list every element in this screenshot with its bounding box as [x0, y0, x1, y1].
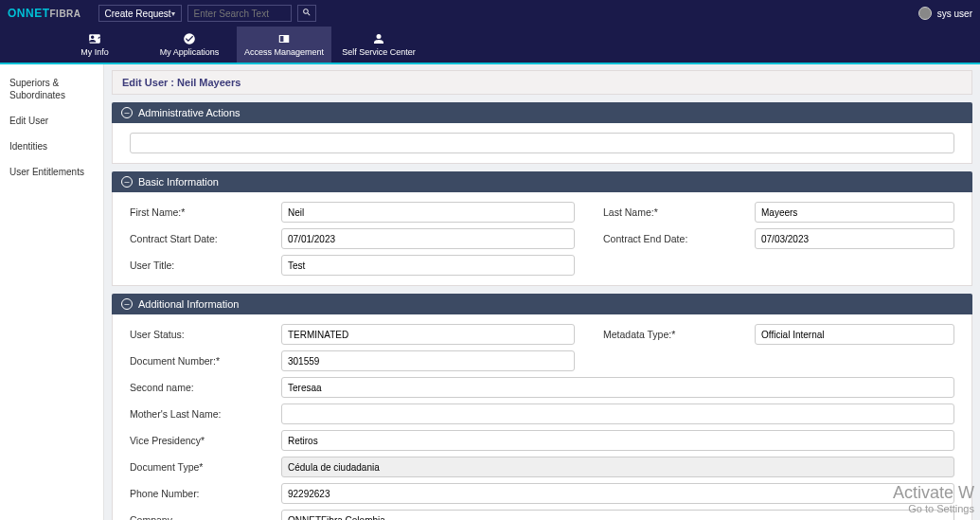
doc-type-label: Document Type*: [130, 461, 281, 473]
section-admin: – Administrative Actions: [112, 102, 972, 164]
topbar-user[interactable]: sys user: [918, 7, 972, 20]
last-name-label: Last Name:*: [603, 206, 755, 218]
section-basic: – Basic Information First Name:* Last Na…: [112, 171, 972, 286]
section-admin-header[interactable]: – Administrative Actions: [112, 102, 972, 123]
chevron-down-icon: ▾: [171, 9, 175, 18]
tabbar: My Info My Applications Access Managemen…: [0, 27, 980, 64]
section-additional-header[interactable]: – Additional Information: [112, 294, 972, 314]
mother-last-label: Mother's Last Name:: [130, 408, 281, 420]
user-status-label: User Status:: [130, 329, 281, 340]
page-title: Edit User : Neil Mayeers: [112, 70, 972, 95]
collapse-icon: –: [121, 176, 133, 188]
topbar: ONNETFIBRA Create Request▾ sys user: [0, 0, 980, 27]
first-name-input[interactable]: [281, 202, 575, 223]
doc-type-input[interactable]: [281, 457, 954, 477]
search-input[interactable]: [187, 5, 292, 22]
contract-end-label: Contract End Date:: [603, 233, 755, 244]
user-status-input[interactable]: [281, 324, 575, 345]
tab-self-service[interactable]: Self Service Center: [331, 27, 426, 63]
tab-my-applications[interactable]: My Applications: [142, 27, 237, 63]
user-label: sys user: [937, 9, 972, 19]
card-icon: [88, 32, 101, 45]
sidebar-item-edit-user[interactable]: Edit User: [0, 108, 103, 134]
admin-actions-input[interactable]: [130, 133, 954, 153]
second-name-label: Second name:: [130, 382, 281, 393]
metadata-type-input[interactable]: [755, 324, 954, 345]
user-title-input[interactable]: [281, 255, 575, 276]
search-icon: [302, 8, 312, 19]
company-label: Company: [130, 514, 281, 520]
section-additional: – Additional Information User Status: Me…: [112, 294, 972, 520]
collapse-icon: –: [121, 298, 133, 310]
sidebar-item-identities[interactable]: Identities: [0, 134, 103, 159]
contract-start-input[interactable]: [281, 228, 575, 249]
person-icon: [372, 32, 385, 45]
section-basic-header[interactable]: – Basic Information: [112, 171, 972, 192]
avatar: [918, 7, 932, 20]
main-content: Edit User : Neil Mayeers – Administrativ…: [112, 64, 980, 520]
vice-pres-input[interactable]: [281, 430, 954, 451]
metadata-type-label: Metadata Type:*: [603, 329, 755, 340]
brand-logo: ONNETFIBRA: [8, 7, 81, 20]
doc-number-label: Document Number:*: [130, 355, 281, 367]
contract-start-label: Contract Start Date:: [130, 233, 281, 244]
phone-input[interactable]: [281, 483, 954, 504]
id-card-icon: [277, 32, 291, 45]
company-input[interactable]: [281, 510, 954, 520]
contract-end-input[interactable]: [755, 228, 954, 249]
first-name-label: First Name:*: [130, 206, 281, 218]
sidebar-item-entitlements[interactable]: User Entitlements: [0, 159, 103, 185]
user-title-label: User Title:: [130, 260, 281, 271]
doc-number-input[interactable]: [281, 350, 575, 371]
mother-last-input[interactable]: [281, 403, 954, 424]
search-button[interactable]: [297, 5, 316, 22]
sidebar-item-superiors[interactable]: Superiors & Subordinates: [0, 70, 103, 108]
collapse-icon: –: [121, 107, 133, 118]
sidebar: Superiors & Subordinates Edit User Ident…: [0, 64, 104, 520]
phone-label: Phone Number:: [130, 488, 281, 499]
last-name-input[interactable]: [755, 202, 954, 223]
check-circle-icon: [183, 32, 196, 45]
tab-access-management[interactable]: Access Management: [237, 27, 331, 63]
second-name-input[interactable]: [281, 377, 954, 398]
tab-my-info[interactable]: My Info: [47, 27, 142, 63]
create-request-dropdown[interactable]: Create Request▾: [98, 5, 182, 22]
vice-pres-label: Vice Presidency*: [130, 435, 281, 446]
